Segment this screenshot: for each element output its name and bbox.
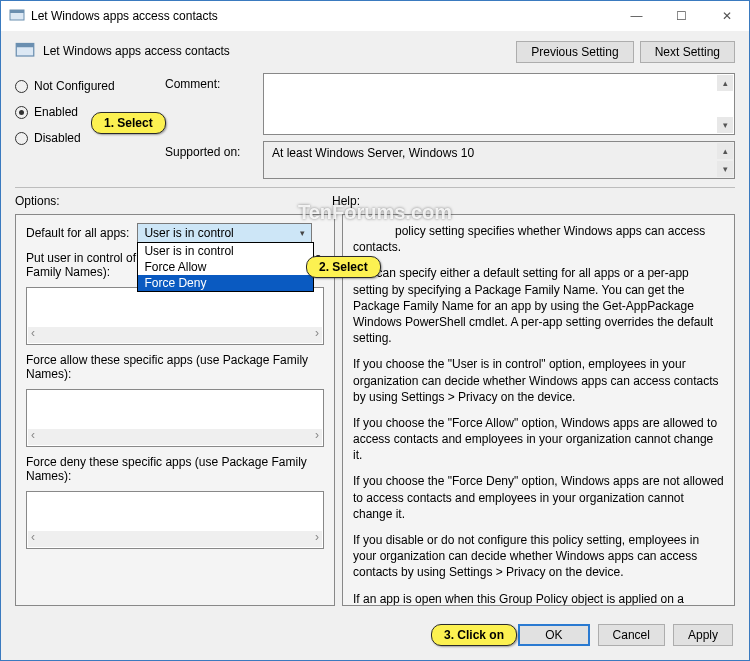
policy-dialog: Let Windows apps access contacts — ☐ ✕ L… <box>0 0 750 661</box>
svg-rect-1 <box>10 10 24 13</box>
default-label: Default for all apps: <box>26 226 129 240</box>
cancel-button[interactable]: Cancel <box>598 624 665 646</box>
next-setting-button[interactable]: Next Setting <box>640 41 735 63</box>
radio-label: Enabled <box>34 105 78 119</box>
minimize-button[interactable]: — <box>614 1 659 31</box>
apply-button[interactable]: Apply <box>673 624 733 646</box>
titlebar: Let Windows apps access contacts — ☐ ✕ <box>1 1 749 31</box>
help-panel: policy setting specifies whether Windows… <box>342 214 735 606</box>
default-for-all-row: Default for all apps: User is in control… <box>26 223 324 243</box>
combo-dropdown: User is in control Force Allow Force Den… <box>137 242 314 292</box>
radio-icon <box>15 80 28 93</box>
scroll-down-icon[interactable]: ▾ <box>717 117 733 133</box>
policy-icon <box>15 41 35 61</box>
force-allow-label: Force allow these specific apps (use Pac… <box>26 353 324 381</box>
user-control-textarea[interactable] <box>26 287 324 345</box>
help-text: If an app is open when this Group Policy… <box>353 591 724 606</box>
callout-1: 1. Select <box>91 112 166 134</box>
close-button[interactable]: ✕ <box>704 1 749 31</box>
maximize-button[interactable]: ☐ <box>659 1 704 31</box>
radio-icon <box>15 132 28 145</box>
radio-icon <box>15 106 28 119</box>
scrollbar[interactable] <box>28 327 322 343</box>
chevron-down-icon: ▾ <box>295 226 309 240</box>
window-title: Let Windows apps access contacts <box>31 9 614 23</box>
svg-rect-3 <box>16 44 34 48</box>
supported-on-box: At least Windows Server, Windows 10 ▴ ▾ <box>263 141 735 179</box>
supported-on-value: At least Windows Server, Windows 10 <box>272 146 474 160</box>
force-allow-textarea[interactable] <box>26 389 324 447</box>
combo-option[interactable]: Force Allow <box>138 259 313 275</box>
mid-labels: Options: Help: <box>1 188 749 214</box>
combo-selected: User is in control <box>138 224 311 242</box>
help-text: If you choose the "Force Deny" option, W… <box>353 473 724 522</box>
scroll-up-icon[interactable]: ▴ <box>717 143 733 159</box>
comment-label: Comment: <box>165 73 255 91</box>
help-text: If you choose the "User is in control" o… <box>353 356 724 405</box>
callout-2: 2. Select <box>306 256 381 278</box>
scrollbar[interactable] <box>28 531 322 547</box>
options-label: Options: <box>15 194 332 208</box>
policy-icon <box>9 8 25 24</box>
combo-option[interactable]: User is in control <box>138 243 313 259</box>
help-text: policy setting specifies whether Windows… <box>353 223 724 255</box>
force-deny-label: Force deny these specific apps (use Pack… <box>26 455 324 483</box>
comment-textarea[interactable]: ▴ ▾ <box>263 73 735 135</box>
combo-option[interactable]: Force Deny <box>138 275 313 291</box>
help-text: If you disable or do not configure this … <box>353 532 724 581</box>
help-label: Help: <box>332 194 360 208</box>
scroll-up-icon[interactable]: ▴ <box>717 75 733 91</box>
ok-button[interactable]: OK <box>518 624 589 646</box>
footer: OK Cancel Apply <box>1 614 749 660</box>
titlebar-buttons: — ☐ ✕ <box>614 1 749 31</box>
supported-label: Supported on: <box>165 141 255 159</box>
scrollbar[interactable] <box>28 429 322 445</box>
scroll-down-icon[interactable]: ▾ <box>717 161 733 177</box>
subheader: Let Windows apps access contacts Previou… <box>1 31 749 69</box>
radio-label: Not Configured <box>34 79 115 93</box>
default-combo[interactable]: User is in control ▾ User is in control … <box>137 223 312 243</box>
force-deny-textarea[interactable] <box>26 491 324 549</box>
radio-label: Disabled <box>34 131 81 145</box>
callout-3: 3. Click on <box>431 624 517 646</box>
previous-setting-button[interactable]: Previous Setting <box>516 41 633 63</box>
options-panel: Default for all apps: User is in control… <box>15 214 335 606</box>
help-text: You can specify either a default setting… <box>353 265 724 346</box>
help-text: If you choose the "Force Allow" option, … <box>353 415 724 464</box>
radio-not-configured[interactable]: Not Configured <box>15 79 155 93</box>
policy-title: Let Windows apps access contacts <box>43 44 230 58</box>
